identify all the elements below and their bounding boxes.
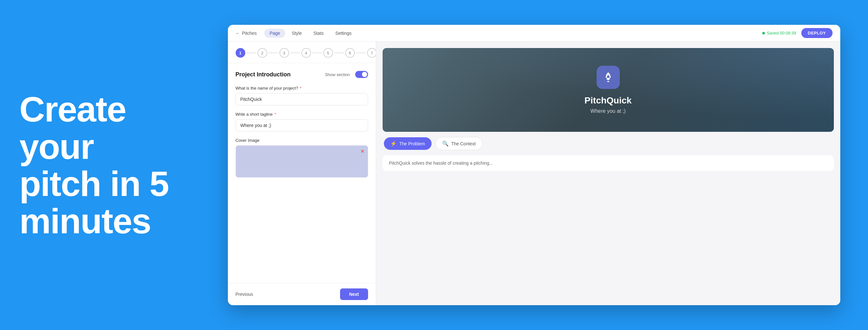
form-footer: Previous Next <box>228 283 376 305</box>
form-content: Project Introduction Show section What i… <box>228 63 376 283</box>
cover-image-label: Cover Image <box>236 138 368 143</box>
preview-section-tabs: ⚡ The Problem 🔍 The Context <box>382 137 834 150</box>
step-line-6-7 <box>356 53 366 53</box>
tab-style[interactable]: Style <box>286 29 307 38</box>
nav-tabs: Page Style Stats Settings <box>264 29 356 38</box>
preview-app-icon <box>597 66 620 89</box>
step-line-4-5 <box>312 53 322 53</box>
tagline-group: Write a short tagline * <box>236 112 368 131</box>
cover-image-group: Cover Image ✕ <box>236 138 368 177</box>
preview-tab-context[interactable]: 🔍 The Context <box>435 137 483 150</box>
project-name-group: What is the name of your project? * <box>236 86 368 105</box>
step-6: 6 <box>345 48 355 58</box>
show-section-control: Show section <box>325 71 368 78</box>
preview-tab-problem-label: The Problem <box>399 141 425 146</box>
saved-text: Saved 00:08:39 <box>767 31 796 35</box>
preview-tab-problem[interactable]: ⚡ The Problem <box>384 137 432 150</box>
project-name-input[interactable] <box>236 93 368 105</box>
step-circle-3[interactable]: 3 <box>279 48 289 58</box>
search-icon: 🔍 <box>442 140 449 146</box>
step-circle-5[interactable]: 5 <box>323 48 333 58</box>
required-star-tagline: * <box>275 112 276 117</box>
section-header: Project Introduction Show section <box>236 71 368 78</box>
preview-content: PitchQuick Where you at ;) ⚡ The Problem… <box>376 41 840 305</box>
step-circle-2[interactable]: 2 <box>257 48 267 58</box>
main-content: 1 2 3 <box>228 41 840 305</box>
tagline-label: Write a short tagline * <box>236 112 368 117</box>
nav-right: Saved 00:08:39 DEPLOY <box>762 28 833 38</box>
step-circle-1[interactable]: 1 <box>236 48 245 58</box>
lightning-icon: ⚡ <box>390 140 397 146</box>
deploy-button[interactable]: DEPLOY <box>801 28 832 38</box>
step-1: 1 <box>236 48 245 58</box>
app-window: ← Pitches Page Style Stats Settings <box>228 25 840 305</box>
step-3: 3 <box>279 48 289 58</box>
app-window-section: ← Pitches Page Style Stats Settings <box>200 12 868 318</box>
step-line-3-4 <box>290 53 300 53</box>
rocket-icon <box>602 71 614 84</box>
required-star-name: * <box>300 86 302 91</box>
saved-indicator: Saved 00:08:39 <box>762 31 796 35</box>
step-circle-7[interactable]: 7 <box>367 48 376 58</box>
step-line-2-3 <box>269 53 278 53</box>
preview-panel: PitchQuick Where you at ;) ⚡ The Problem… <box>376 41 840 305</box>
tab-page[interactable]: Page <box>264 29 285 38</box>
show-section-toggle[interactable] <box>355 71 368 78</box>
step-circle-6[interactable]: 6 <box>345 48 355 58</box>
steps-bar: 1 2 3 <box>228 41 376 63</box>
section-title: Project Introduction <box>236 71 291 78</box>
preview-tab-context-label: The Context <box>451 141 476 146</box>
cover-image-upload[interactable]: ✕ <box>236 145 368 177</box>
preview-cover-card: PitchQuick Where you at ;) <box>382 48 834 132</box>
step-line-5-6 <box>334 53 344 53</box>
back-label: Pitches <box>242 31 257 36</box>
saved-dot-icon <box>762 32 765 34</box>
next-button[interactable]: Next <box>340 289 368 300</box>
step-circle-4[interactable]: 4 <box>301 48 311 58</box>
back-arrow-icon: ← <box>236 31 240 36</box>
hero-section: Create your pitch in 5 minutes <box>0 65 200 265</box>
preview-app-tagline: Where you at ;) <box>590 108 626 114</box>
step-4: 4 <box>301 48 311 58</box>
top-nav: ← Pitches Page Style Stats Settings <box>228 25 840 41</box>
preview-app-name: PitchQuick <box>584 95 631 106</box>
back-button[interactable]: ← Pitches <box>236 31 257 36</box>
step-7: 7 <box>367 48 376 58</box>
nav-left: ← Pitches Page Style Stats Settings <box>236 29 357 38</box>
project-name-label: What is the name of your project? * <box>236 86 368 91</box>
cover-image-remove-icon[interactable]: ✕ <box>360 148 365 154</box>
preview-bottom-text: PitchQuick solves the hassle of creating… <box>382 155 834 171</box>
tab-settings[interactable]: Settings <box>330 29 357 38</box>
step-5: 5 <box>323 48 333 58</box>
show-section-label: Show section <box>325 72 350 77</box>
preview-description: PitchQuick solves the hassle of creating… <box>389 161 493 166</box>
form-panel: 1 2 3 <box>228 41 376 305</box>
previous-button[interactable]: Previous <box>236 289 253 299</box>
hero-text: Create your pitch in 5 minutes <box>19 91 181 239</box>
tagline-input[interactable] <box>236 119 368 131</box>
tab-stats[interactable]: Stats <box>308 29 329 38</box>
step-2: 2 <box>257 48 267 58</box>
step-line-1-2 <box>247 53 256 53</box>
